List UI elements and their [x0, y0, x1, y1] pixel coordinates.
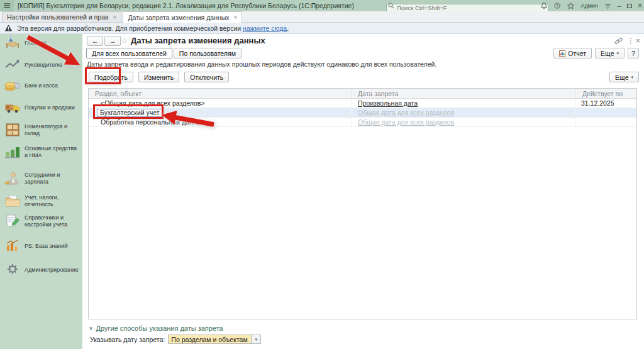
command-bar: Подобрать Изменить Отключить — [89, 72, 229, 82]
edit-button[interactable]: Изменить — [138, 72, 179, 82]
ban-date-link[interactable]: Общая дата для всех разделов — [358, 109, 454, 116]
search-icon — [388, 3, 394, 9]
column-header-valid-until[interactable]: Действует по — [576, 89, 636, 98]
valid-until-cell: 31.12.2025 — [576, 99, 636, 108]
ban-date-mode-select[interactable]: По разделам и объектам — [168, 335, 252, 344]
valid-until-cell — [576, 108, 636, 117]
hamburger-icon — [3, 1, 11, 10]
view-all-users-button[interactable]: Для всех пользователей — [86, 48, 172, 58]
table-row-selected[interactable]: Бухгалтерский учет Общая дата для всех р… — [89, 108, 636, 118]
buy-version-link[interactable]: нажмите сюда — [243, 25, 287, 32]
sidebar-item-manager[interactable]: Руководителю — [4, 58, 81, 72]
minimize-button[interactable]: – — [618, 3, 621, 9]
section-cell-editor[interactable]: Бухгалтерский учет — [97, 109, 163, 117]
sections-sidebar: Главное Руководителю Банк и касса Поку — [0, 34, 82, 349]
field-label: Указывать дату запрета: — [90, 336, 165, 343]
other-ways-group-header[interactable]: ∨ Другие способы указания даты запрета — [89, 324, 223, 332]
chevron-down-icon: ∨ — [89, 325, 93, 331]
notifications-bell-icon[interactable] — [540, 2, 548, 9]
gear-icon — [4, 262, 21, 277]
close-form-icon[interactable]: × — [636, 36, 640, 45]
sidebar-item-purchases-sales[interactable]: Покупки и продажи — [4, 100, 81, 115]
warning-icon — [4, 24, 13, 32]
combo-dropdown-button[interactable]: ▾ — [252, 335, 261, 344]
tab-user-settings[interactable]: Настройки пользователей и прав × — [2, 11, 121, 22]
valid-until-cell — [576, 118, 636, 126]
fixed-assets-icon — [4, 145, 21, 160]
sidebar-item-accounting-reports[interactable]: Учет, налоги, отчетность — [4, 194, 81, 209]
pick-button[interactable]: Подобрать — [89, 72, 133, 82]
current-user-button[interactable]: Админ — [580, 3, 597, 9]
service-menu-icon[interactable] — [604, 2, 612, 10]
form-description: Даты запрета ввода и редактирования данн… — [87, 60, 436, 68]
section-cell: Обработка персональных данных — [89, 118, 352, 126]
sidebar-item-administration[interactable]: Администрирование — [4, 262, 81, 277]
page-title: Даты запрета изменения данных — [131, 36, 265, 45]
manager-chart-icon — [4, 58, 21, 72]
more-menu-icon[interactable]: ⋮ — [627, 36, 635, 45]
tab-bar: Настройки пользователей и прав × Даты за… — [0, 11, 644, 23]
column-header-ban-date[interactable]: Дата запрета — [352, 89, 576, 98]
developer-warning-bar: Эта версия для разработчиков. Для приобр… — [0, 23, 644, 34]
coins-icon — [4, 78, 21, 93]
knowledge-base-chart-icon — [4, 239, 21, 253]
sidebar-item-stock[interactable]: Номенклатура и склад — [4, 123, 81, 138]
column-header-section[interactable]: Раздел, объект — [89, 89, 352, 98]
nav-back-button[interactable]: ← — [87, 36, 103, 46]
help-button[interactable]: ? — [628, 48, 639, 58]
employee-icon — [4, 171, 21, 186]
chevron-down-icon: ▾ — [616, 51, 619, 56]
main-menu-button[interactable] — [0, 0, 14, 11]
window-title: [КОПИЯ] Бухгалтерия для Беларуси, редакц… — [18, 2, 354, 9]
global-search[interactable] — [386, 1, 548, 10]
app-window: [КОПИЯ] Бухгалтерия для Беларуси, редакц… — [0, 0, 644, 349]
view-switch: Для всех пользователей По пользователям — [86, 48, 242, 58]
warehouse-shelf-icon — [4, 123, 21, 138]
table-row[interactable]: <Общая дата для всех разделов> Произволь… — [89, 99, 636, 108]
disable-button[interactable]: Отключить — [184, 72, 229, 82]
sidebar-item-knowledge-base[interactable]: PS: База знаний — [4, 239, 81, 253]
table-header: Раздел, объект Дата запрета Действует по — [89, 89, 636, 99]
tab-close-icon[interactable]: × — [234, 14, 238, 21]
sidebar-item-main[interactable]: Главное — [4, 35, 81, 50]
title-bar: [КОПИЯ] Бухгалтерия для Беларуси, редакц… — [0, 0, 644, 11]
sidebar-item-bank-cash[interactable]: Банк и касса — [4, 78, 81, 93]
main-section-icon — [4, 35, 21, 50]
more-actions-button[interactable]: Еще▾ — [595, 48, 625, 58]
ban-date-mode-field: Указывать дату запрета: По разделам и об… — [90, 335, 261, 344]
favorite-star-icon[interactable]: ☆ — [121, 36, 128, 45]
section-cell: <Общая дата для всех разделов> — [89, 99, 352, 108]
ban-dates-table: Раздел, объект Дата запрета Действует по… — [88, 88, 637, 319]
truck-icon — [4, 100, 21, 115]
table-row[interactable]: Обработка персональных данных Общая дата… — [89, 118, 636, 127]
ban-date-link[interactable]: Общая дата для всех разделов — [358, 118, 454, 126]
history-icon[interactable] — [553, 2, 561, 9]
report-button[interactable]: Отчет — [553, 48, 592, 58]
sidebar-item-fixed-assets[interactable]: Основные средства и НМА — [4, 145, 81, 160]
form-area: ← → ☆ Даты запрета изменения данных ⋮ × … — [85, 34, 644, 349]
view-by-users-button[interactable]: По пользователям — [174, 48, 242, 58]
tab-close-icon[interactable]: × — [113, 14, 117, 21]
report-icon — [559, 50, 565, 57]
sidebar-item-staff-salary[interactable]: Сотрудники и зарплата — [4, 171, 81, 186]
favorites-star-icon[interactable] — [567, 2, 575, 10]
tab-ban-dates[interactable]: Даты запрета изменения данных × — [123, 11, 242, 23]
get-link-icon[interactable] — [614, 36, 623, 48]
restore-button[interactable] — [627, 4, 632, 8]
ban-date-link[interactable]: Произвольная дата — [358, 99, 418, 107]
warning-text: Эта версия для разработчиков. Для приобр… — [17, 25, 289, 32]
sidebar-item-references-settings[interactable]: Справочники и настройки учета — [4, 214, 81, 229]
nav-forward-button[interactable]: → — [104, 36, 121, 46]
close-window-button[interactable]: × — [638, 2, 642, 9]
table-more-button[interactable]: Еще▾ — [609, 72, 639, 82]
accounting-folder-icon — [4, 194, 21, 209]
document-pencil-icon — [4, 214, 21, 229]
chevron-down-icon: ▾ — [631, 75, 633, 80]
